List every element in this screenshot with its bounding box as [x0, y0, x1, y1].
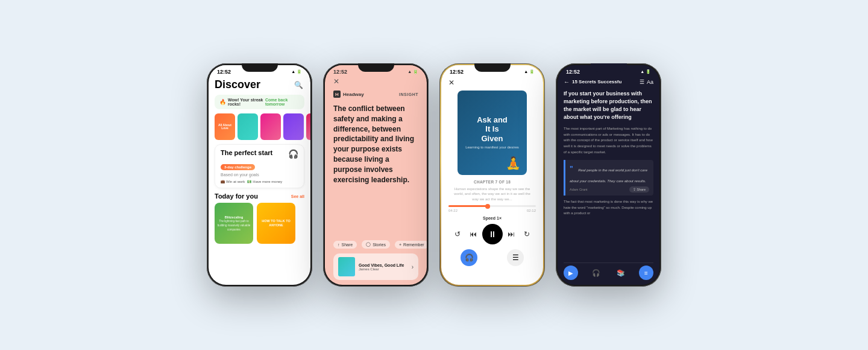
stories-btn[interactable]: ◯ Stories	[362, 240, 390, 249]
next-book-title: Good Vibes, Good Life	[359, 263, 404, 267]
screen-3: 12:52 ▲ 🔋 ✕ Ask andIt IsGiven Learning t…	[441, 65, 543, 285]
goal-money-label: Have more money	[253, 180, 282, 183]
phone-2-insight: 12:52 ▲ 🔋 ✕ H Headway INSIGHT The confli…	[323, 63, 429, 287]
time-4: 12:52	[566, 69, 580, 75]
bottom-icons-row: 🎧 ☰	[448, 249, 536, 266]
remember-btn[interactable]: + Remember	[395, 241, 427, 249]
goal-money: 💵 Have more money	[247, 179, 282, 183]
player-controls: ↺ ⏮ ⏸ ⏭ ↻	[448, 224, 536, 244]
library-btn[interactable]: 📚	[614, 266, 628, 280]
screen-4: 12:52 ▲ 🔋 ← 15 Secrets Successfu ☰ Aa If…	[558, 65, 659, 285]
book-cover-subtitle: Learning to manifest your desires	[465, 145, 519, 150]
phone2-main-content: ✕ H Headway INSIGHT The conflict between…	[325, 76, 427, 285]
book-card-5[interactable]	[306, 113, 310, 140]
book-card-3[interactable]	[260, 113, 281, 140]
next-book-bar[interactable]: Good Vibes, Good Life James Clear ›	[333, 253, 418, 280]
document-btn-active[interactable]: ≡	[639, 266, 653, 280]
phone1-main-content: Discover 🔍 🔥 Wow! Your streak rocks! Com…	[209, 76, 310, 284]
quote-author: Adam Grant	[570, 188, 588, 191]
forward-button[interactable]: ↻	[520, 228, 533, 241]
blockquote-section: " Real people in the real world just don…	[564, 160, 653, 196]
insight-badge: INSIGHT	[399, 92, 418, 97]
search-icon[interactable]: 🔍	[292, 79, 304, 91]
reading-body-text-2: The fact that most marketing is done thi…	[564, 199, 653, 217]
phone-4-reading: 12:52 ▲ 🔋 ← 15 Secrets Successfu ☰ Aa If…	[556, 63, 661, 287]
phone3-main-content: ✕ Ask andIt IsGiven Learning to manifest…	[441, 76, 543, 285]
close-button-2[interactable]: ✕	[333, 77, 418, 86]
book-card-2[interactable]	[237, 113, 258, 140]
goal-work-label: Win at work	[226, 180, 245, 183]
headphones-emoji: 🎧	[288, 149, 298, 159]
notch-2	[358, 63, 394, 72]
pause-button[interactable]: ⏸	[482, 224, 503, 244]
discover-header: Discover 🔍	[215, 78, 304, 91]
phone4-main-content: ← 15 Secrets Successfu ☰ Aa If you start…	[558, 76, 659, 285]
based-on-goals: Based on your goals	[221, 173, 298, 177]
headway-logo: H Headway	[333, 91, 364, 98]
stories-label: Stories	[373, 243, 386, 247]
book-cover-title: Ask andIt IsGiven	[477, 115, 508, 144]
discover-title: Discover	[215, 78, 260, 91]
phones-container: 12:52 ▲ 🔋 Discover 🔍 🔥 Wow! Your streak …	[207, 63, 661, 287]
next-book-cover	[338, 257, 355, 276]
progress-bar[interactable]	[448, 205, 536, 207]
time-1: 12:52	[217, 69, 231, 75]
chapter-label: CHAPTER 7 OF 18	[474, 180, 511, 184]
headway-logo-square: H	[333, 91, 341, 98]
headphones-icon-btn[interactable]: 🎧	[461, 249, 477, 266]
perfect-start-title: The perfect start	[221, 149, 272, 156]
see-all-link[interactable]: See all	[291, 194, 304, 199]
today-book-talk[interactable]: HOW TO TALK TO ANYONE	[257, 203, 295, 244]
menu-icon[interactable]: ☰	[640, 79, 644, 85]
list-icon-btn[interactable]: ☰	[507, 249, 524, 266]
streak-link[interactable]: Come back tomorrow	[265, 98, 300, 106]
streak-emoji: 🔥	[219, 99, 226, 105]
notch-1	[242, 63, 278, 72]
time-3: 12:52	[450, 69, 464, 75]
goal-tags: 💼 Win at work 💵 Have more money	[221, 179, 298, 183]
play-audio-button[interactable]: ▶	[564, 266, 578, 280]
next-button[interactable]: ⏭	[505, 228, 518, 241]
font-icon[interactable]: Aa	[647, 79, 653, 85]
notch-4	[591, 63, 627, 72]
time-end: 02:12	[527, 209, 536, 212]
book-illustration: 🧘	[506, 156, 521, 170]
prev-button[interactable]: ⏮	[467, 228, 480, 241]
headphones-dark-btn[interactable]: 🎧	[589, 266, 603, 280]
blockquote-text: Real people in the real world just don't…	[570, 168, 647, 183]
reading-body-text: The most important part of Marketing has…	[564, 126, 653, 155]
back-button[interactable]: ←	[564, 78, 570, 85]
time-2: 12:52	[333, 69, 347, 75]
reading-header: ← 15 Secrets Successfu ☰ Aa	[564, 78, 653, 85]
progress-dot	[485, 204, 490, 209]
book-cover-large: Ask andIt IsGiven Learning to manifest y…	[458, 91, 527, 175]
time-labels: 04:22 02:12	[448, 209, 536, 212]
headway-branding: H Headway INSIGHT	[333, 91, 418, 98]
streak-bar: 🔥 Wow! Your streak rocks! Come back tomo…	[215, 95, 304, 109]
goal-work: 💼 Win at work	[221, 179, 245, 183]
phone-3-player: 12:52 ▲ 🔋 ✕ Ask andIt IsGiven Learning t…	[439, 63, 545, 287]
progress-fill	[448, 205, 488, 207]
share-btn[interactable]: ↑ Share	[333, 241, 357, 249]
reading-bottom-bar: ▶ 🎧 📚 ≡	[564, 262, 653, 280]
share-quote-button[interactable]: ⇪ Share	[629, 186, 649, 192]
reading-content: If you start your business with marketin…	[564, 90, 653, 262]
reading-main-quote: If you start your business with marketin…	[564, 90, 653, 121]
today-for-you-header: Today for you See all	[215, 192, 304, 200]
today-label: Today for you	[215, 192, 258, 200]
speed-label[interactable]: Speed 1×	[483, 216, 502, 220]
insight-quote: The conflict between safety and making a…	[333, 104, 418, 234]
reading-book-title: 15 Secrets Successfu	[572, 79, 637, 84]
close-button-3[interactable]: ✕	[448, 78, 454, 87]
book-cards-row: All About Love	[215, 113, 304, 140]
book-card-love[interactable]: All About Love	[215, 113, 235, 140]
remember-label: Remember	[403, 243, 424, 247]
rewind-button[interactable]: ↺	[451, 228, 464, 241]
play-icon[interactable]: ▶	[564, 266, 578, 280]
streak-text: Wow! Your streak rocks!	[228, 98, 265, 106]
today-book-blitzscaling[interactable]: BlitzscalingThe lightning-fast path to b…	[215, 203, 253, 244]
three-day-badge[interactable]: 3-day challenge	[221, 164, 255, 170]
book-card-4[interactable]	[283, 113, 304, 140]
share-label: Share	[342, 243, 353, 247]
perfect-start-section: The perfect start 🎧 3-day challenge Base…	[215, 144, 304, 188]
